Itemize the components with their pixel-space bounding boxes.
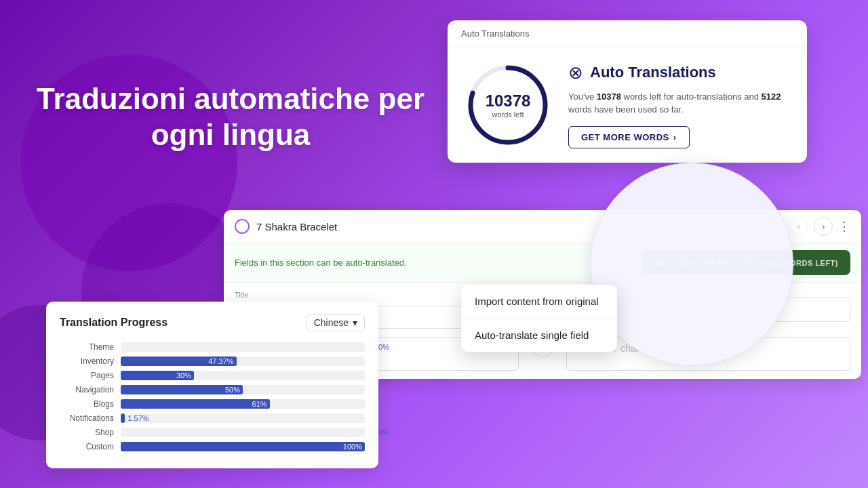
bar-percentage: 47.37% bbox=[208, 357, 233, 365]
bar-track: 30% bbox=[121, 371, 365, 380]
bar-percentage: 50% bbox=[225, 386, 240, 394]
bar-track: 1.57% bbox=[121, 413, 365, 423]
hero-line1: Traduzioni automatiche per bbox=[37, 82, 425, 115]
bar-fill: 61% bbox=[121, 399, 270, 409]
chevron-right-icon: › bbox=[673, 132, 677, 142]
bar-percentage: 30% bbox=[176, 371, 191, 380]
zoom-circle-overlay bbox=[590, 163, 793, 366]
bar-track: 0% bbox=[121, 342, 365, 352]
bar-label: Navigation bbox=[60, 385, 121, 394]
bar-label: Custom bbox=[60, 442, 121, 451]
progress-header: Translation Progress Chinese ▾ bbox=[60, 314, 365, 331]
more-options-icon[interactable]: ⋮ bbox=[838, 219, 850, 234]
dropdown-auto-translate-single[interactable]: Auto-translate single field bbox=[461, 319, 617, 352]
editor-nav-icons: ‹ › ⋮ bbox=[789, 217, 850, 236]
bar-label: Shop bbox=[60, 428, 121, 437]
desc-part3: words have been used so far. bbox=[568, 104, 684, 115]
card-body: 10378 words left ⊗ Auto Translations You… bbox=[448, 47, 807, 163]
bar-percentage: 1.57% bbox=[127, 414, 149, 422]
card-desc: You've 10378 words left for auto-transla… bbox=[568, 90, 791, 117]
progress-bar-row: Inventory47.37% bbox=[60, 357, 365, 366]
progress-bar-row: Shop0% bbox=[60, 428, 365, 437]
words-circle-text: 10378 words left bbox=[486, 92, 531, 119]
translate-icon: ⊗ bbox=[568, 62, 583, 83]
bar-label: Pages bbox=[60, 371, 121, 380]
bar-fill: 50% bbox=[121, 385, 243, 394]
bar-fill: 1.57% bbox=[121, 413, 125, 423]
words-label: words left bbox=[486, 110, 531, 119]
nav-next-button[interactable]: › bbox=[814, 217, 833, 236]
bar-fill: 100% bbox=[121, 442, 365, 451]
bar-label: Inventory bbox=[60, 357, 121, 366]
bar-percentage: 0% bbox=[378, 428, 389, 436]
card-main-title: Auto Translations bbox=[590, 64, 716, 81]
bar-label: Notifications bbox=[60, 413, 121, 423]
progress-bar-row: Theme0% bbox=[60, 342, 365, 352]
auto-translate-note: Fields in this section can be auto-trans… bbox=[235, 258, 407, 268]
card-header-label: Auto Translations bbox=[461, 28, 529, 39]
words-circle: 10378 words left bbox=[464, 61, 552, 149]
chevron-down-icon: ▾ bbox=[353, 317, 357, 328]
progress-title: Translation Progress bbox=[60, 317, 167, 329]
card-title-row: ⊗ Auto Translations bbox=[568, 62, 791, 83]
progress-bars: Theme0%Inventory47.37%Pages30%Navigation… bbox=[60, 342, 365, 451]
bar-percentage: 0% bbox=[378, 343, 389, 351]
bar-fill: 47.37% bbox=[121, 357, 237, 366]
desc-words-used: 5122 bbox=[762, 92, 781, 102]
bar-track: 50% bbox=[121, 385, 365, 394]
desc-part1: You've bbox=[568, 92, 597, 102]
progress-bar-row: Blogs61% bbox=[60, 399, 365, 409]
dropdown-popup: Import content from original Auto-transl… bbox=[461, 285, 617, 352]
bar-track: 47.37% bbox=[121, 357, 365, 366]
bar-percentage: 100% bbox=[343, 443, 362, 451]
get-more-label: GET MORE WORDS bbox=[581, 132, 669, 142]
hero-text: Traduzioni automatiche per ogni lingua bbox=[14, 81, 448, 153]
progress-bar-row: Pages30% bbox=[60, 371, 365, 380]
card-header: Auto Translations bbox=[448, 20, 807, 47]
bar-label: Theme bbox=[60, 342, 121, 352]
words-number: 10378 bbox=[486, 92, 531, 110]
get-more-words-button[interactable]: GET MORE WORDS › bbox=[568, 126, 690, 148]
bar-track: 61% bbox=[121, 399, 365, 409]
progress-bar-row: Notifications1.57% bbox=[60, 413, 365, 423]
bar-track: 0% bbox=[121, 428, 365, 437]
auto-translations-card: Auto Translations 10378 words left ⊗ Aut… bbox=[448, 20, 807, 163]
card-right: ⊗ Auto Translations You've 10378 words l… bbox=[568, 62, 791, 148]
bar-track: 100% bbox=[121, 442, 365, 451]
desc-words-left: 10378 bbox=[597, 92, 621, 102]
hero-line2: ogni lingua bbox=[151, 118, 311, 151]
language-selector[interactable]: Chinese ▾ bbox=[307, 314, 365, 331]
nav-prev-button[interactable]: ‹ bbox=[789, 217, 808, 236]
language-label: Chinese bbox=[314, 317, 349, 328]
bar-fill: 30% bbox=[121, 371, 194, 380]
dropdown-import-content[interactable]: Import content from original bbox=[461, 285, 617, 319]
product-circle-icon bbox=[235, 219, 250, 234]
progress-bar-row: Navigation50% bbox=[60, 385, 365, 394]
progress-card: Translation Progress Chinese ▾ Theme0%In… bbox=[46, 302, 378, 468]
bar-percentage: 61% bbox=[252, 400, 267, 408]
progress-bar-row: Custom100% bbox=[60, 442, 365, 451]
desc-part2: words left for auto-translations and bbox=[621, 92, 762, 102]
bar-label: Blogs bbox=[60, 399, 121, 409]
